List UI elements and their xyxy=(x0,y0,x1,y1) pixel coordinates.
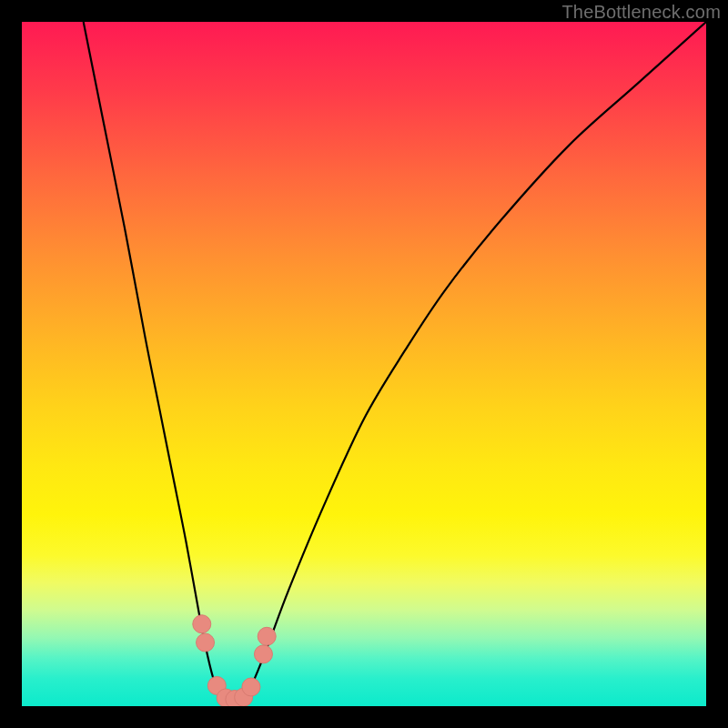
dot-bottom-5 xyxy=(242,678,260,696)
chart-svg xyxy=(22,22,706,706)
dot-right-upper xyxy=(258,627,276,645)
watermark-text: TheBottleneck.com xyxy=(561,2,721,23)
chart-frame: TheBottleneck.com xyxy=(0,0,728,728)
dot-left-lower xyxy=(197,633,215,652)
marker-group xyxy=(193,615,276,706)
dot-left-upper xyxy=(193,615,211,633)
bottleneck-curve xyxy=(84,22,706,700)
dot-right-lower xyxy=(254,645,272,663)
plot-area xyxy=(22,22,706,706)
